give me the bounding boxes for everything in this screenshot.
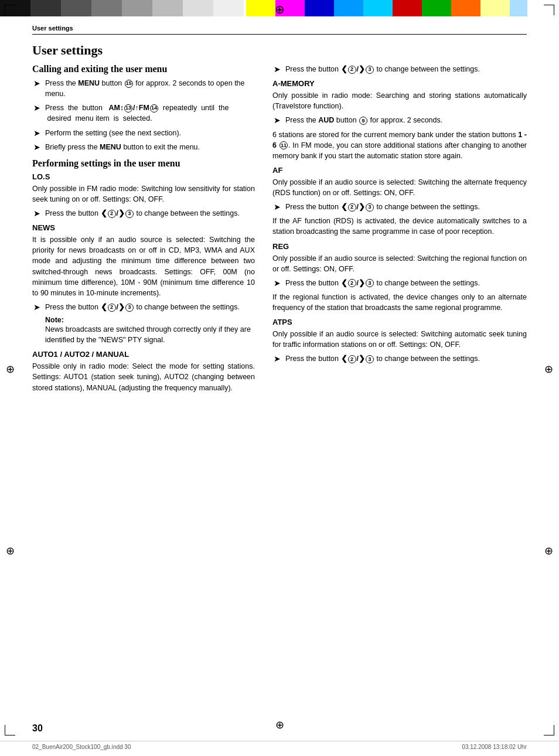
bullet-arrow-icon: ➤ xyxy=(274,202,281,212)
bullet-arrow-icon: ➤ xyxy=(33,209,40,218)
note-block: Note: News broadcasts are switched throu… xyxy=(45,316,255,345)
bullet-arrow-icon: ➤ xyxy=(274,64,281,74)
note-text: News broadcasts are switched through cor… xyxy=(45,324,255,345)
list-item: ➤ Press the button AM↕13/↑FM14 repeatedl… xyxy=(32,103,255,124)
bullet-arrow-icon: ➤ xyxy=(33,302,40,312)
crosshair-top-icon: ⊕ xyxy=(275,2,285,16)
footer: 02_BuenAir200_Stock100_gb.indd 30 03.12.… xyxy=(0,741,559,750)
bullet-arrow-icon: ➤ xyxy=(33,103,40,113)
list-item: ➤ Press the button ❮2/❯3 to change betwe… xyxy=(272,353,527,364)
bullet-arrow-icon: ➤ xyxy=(274,115,281,125)
list-item: ➤ Perform the setting (see the next sect… xyxy=(32,128,255,138)
crosshair-right2-icon: ⊕ xyxy=(544,544,553,557)
af-title: AF xyxy=(272,166,527,175)
crosshair-bottom-icon: ⊕ xyxy=(275,718,284,731)
atps-paragraph: Only possible if an audio source is sele… xyxy=(272,329,527,350)
right-top-bullet: Press the button ❮2/❯3 to change between… xyxy=(285,64,480,74)
list-item: ➤ Press the AUD button 9 for approx. 2 s… xyxy=(272,115,527,125)
corner-mark-tl xyxy=(5,5,15,15)
performing-title: Performing settings in the user menu xyxy=(32,158,255,169)
amemory-bullet: Press the AUD button 9 for approx. 2 sec… xyxy=(285,115,442,125)
news-title: NEWS xyxy=(32,223,255,232)
crosshair-right-icon: ⊕ xyxy=(544,363,553,376)
news-bullet: Press the button ❮2/❯3 to change between… xyxy=(45,302,240,312)
atps-bullet: Press the button ❮2/❯3 to change between… xyxy=(285,353,480,364)
list-item: ➤ Press the button ❮2/❯3 to change betwe… xyxy=(272,64,527,74)
bullet-arrow-icon: ➤ xyxy=(274,278,281,288)
calling-bullet-1: Press the MENU button 15 for approx. 2 s… xyxy=(45,78,255,99)
reg-paragraph: Only possible if an audio source is sele… xyxy=(272,253,527,274)
list-item: ➤ Briefly press the MENU button to exit … xyxy=(32,142,255,152)
list-item: ➤ Press the button ❮2/❯3 to change betwe… xyxy=(272,202,527,212)
auto-title: AUTO1 / AUTO2 / MANUAL xyxy=(32,350,255,359)
page-title: User settings xyxy=(32,43,527,58)
footer-right: 03.12.2008 13:18:02 Uhr xyxy=(462,744,527,750)
page-number: 30 xyxy=(32,723,43,734)
calling-title: Calling and exiting the user menu xyxy=(32,64,255,74)
amemory-title: A-MEMORY xyxy=(272,79,527,88)
left-column: Calling and exiting the user menu ➤ Pres… xyxy=(32,64,255,397)
section-label: User settings xyxy=(32,25,73,32)
reg-title: REG xyxy=(272,242,527,251)
amemory-para1: Only possible in radio mode: Searching a… xyxy=(272,90,527,111)
af-bullet: Press the button ❮2/❯3 to change between… xyxy=(285,202,480,212)
af-paragraph: Only possible if an audio source is sele… xyxy=(272,177,527,198)
calling-bullet-4: Briefly press the MENU button to exit th… xyxy=(45,142,200,152)
corner-mark-tr xyxy=(544,5,554,15)
bullet-arrow-icon: ➤ xyxy=(33,128,40,138)
right-column: ➤ Press the button ❮2/❯3 to change betwe… xyxy=(272,64,527,397)
calling-bullet-3: Perform the setting (see the next sectio… xyxy=(45,128,181,138)
bullet-arrow-icon: ➤ xyxy=(274,354,281,363)
reg-para2: If the regional function is activated, t… xyxy=(272,292,527,313)
list-item: ➤ Press the button ❮2/❯3 to change betwe… xyxy=(272,278,527,288)
corner-mark-br xyxy=(544,725,554,735)
section-header: User settings xyxy=(32,25,527,35)
crosshair-left-icon: ⊕ xyxy=(6,363,15,376)
list-item: ➤ Press the button ❮2/❯3 to change betwe… xyxy=(32,302,255,312)
two-column-layout: Calling and exiting the user menu ➤ Pres… xyxy=(32,64,527,397)
los-paragraph: Only possible in FM radio mode: Switchin… xyxy=(32,183,255,205)
bullet-arrow-icon: ➤ xyxy=(33,79,40,88)
bullet-arrow-icon: ➤ xyxy=(33,142,40,152)
amemory-para2: 6 stations are stored for the current me… xyxy=(272,130,527,161)
list-item: ➤ Press the MENU button 15 for approx. 2… xyxy=(32,78,255,99)
calling-bullet-2: Press the button AM↕13/↑FM14 repeatedly … xyxy=(45,103,255,124)
corner-mark-bl xyxy=(5,725,15,735)
color-bar: ⊕ xyxy=(0,0,559,16)
af-para2: If the AF function (RDS) is activated, t… xyxy=(272,216,527,237)
los-title: LO.S xyxy=(32,172,255,181)
crosshair-left2-icon: ⊕ xyxy=(6,544,15,557)
reg-bullet: Press the button ❮2/❯3 to change between… xyxy=(285,278,480,288)
auto-paragraph: Possible only in radio mode: Select the … xyxy=(32,361,255,393)
los-bullet: Press the button ❮2/❯3 to change between… xyxy=(45,208,240,219)
news-paragraph: It is possible only if an audio source i… xyxy=(32,234,255,298)
atps-title: ATPS xyxy=(272,318,527,326)
list-item: ➤ Press the button ❮2/❯3 to change betwe… xyxy=(32,208,255,219)
color-bar-left xyxy=(0,0,246,16)
footer-left: 02_BuenAir200_Stock100_gb.indd 30 xyxy=(32,744,131,750)
color-bar-right xyxy=(246,0,559,16)
note-title: Note: xyxy=(45,316,255,324)
